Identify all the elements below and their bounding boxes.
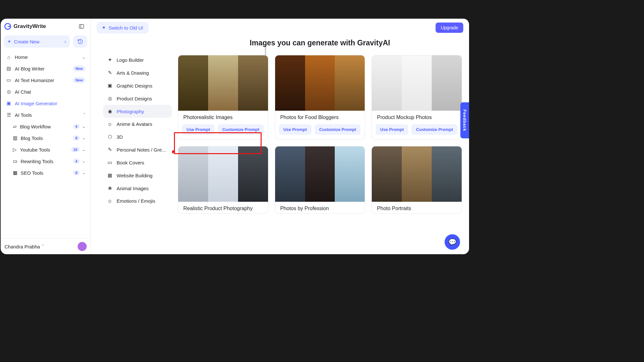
sidebar-item-ai-tools[interactable]: ☰AI Tools ˄ (3, 109, 89, 121)
brand-logo[interactable]: GravityWrite (4, 23, 46, 30)
pencil-icon: ✎ (107, 70, 113, 76)
card-actions: Use Prompt Customize Prompt (178, 122, 268, 139)
category-product-designs[interactable]: ◎Product Designs (103, 92, 172, 105)
use-prompt-button[interactable]: Use Prompt (182, 124, 215, 135)
category-emotions-emojis[interactable]: ☺Emotions / Emojis (103, 195, 172, 207)
category-column: ✦Logo Builder ✎Arts & Drawing ▣Graphic D… (103, 37, 172, 254)
sidebar-item-rewriting-tools[interactable]: ▭Rewriting Tools 4⌄ (10, 155, 89, 167)
book-icon: ▭ (6, 77, 12, 83)
chat-icon: 💬 (448, 238, 457, 246)
sidebar-item-text-humanizer[interactable]: ▭AI Text Humanizer New (3, 74, 89, 86)
card-actions: Use Prompt Customize Prompt (372, 122, 462, 139)
history-button[interactable] (73, 35, 87, 48)
create-row: + Create New › (1, 33, 91, 51)
plus-icon: + (8, 39, 11, 44)
chevron-down-icon: ⌄ (82, 124, 85, 129)
card-thumbnail (275, 55, 365, 111)
customize-prompt-button[interactable]: Customize Prompt (218, 124, 264, 135)
chevron-down-icon: ⌄ (82, 159, 85, 163)
product-icon: ◎ (107, 96, 113, 101)
sidebar-item-ai-image-generator[interactable]: ▣AI Image Generator (3, 97, 89, 109)
note-icon: ✎ (107, 147, 113, 153)
new-badge: New (73, 66, 85, 71)
sidebar-item-seo-tools[interactable]: ▦SEO Tools 8⌄ (10, 167, 89, 179)
card-food-bloggers: Photos for Food Bloggers Use Prompt Cust… (275, 55, 365, 140)
feedback-tab[interactable]: Feedback (460, 102, 469, 138)
workflow-icon: ▱ (13, 124, 17, 129)
image-icon: ▣ (6, 100, 12, 106)
user-menu[interactable]: Chandra Prabha ˄ (5, 244, 44, 249)
customize-prompt-button[interactable]: Customize Prompt (411, 124, 457, 135)
card-thumbnail (275, 146, 365, 202)
app-window: GravityWrite + Create New › ⌂Home ⌄ (1, 19, 469, 254)
card-thumbnail (372, 55, 462, 111)
svg-line-5 (172, 150, 175, 165)
tools-icon: ☰ (6, 112, 12, 118)
document-icon: ▤ (6, 66, 12, 71)
emoji-icon: ☺ (107, 198, 113, 204)
create-new-label: Create New (14, 39, 39, 44)
ai-tools-sublist: ▱Blog Workflow 4⌄ ▥Blog Tools 8⌄ ▷Youtub… (3, 121, 89, 179)
card-title: Photo Portraits (372, 202, 462, 213)
category-arts-drawing[interactable]: ✎Arts & Drawing (103, 66, 172, 79)
upgrade-button[interactable]: Upgrade (436, 23, 463, 33)
sidebar-item-ai-chat[interactable]: ◎AI Chat (3, 86, 89, 97)
create-new-button[interactable]: + Create New › (4, 35, 70, 48)
category-photography[interactable]: ◉Photography (103, 105, 172, 118)
category-graphic-designs[interactable]: ▣Graphic Designs (103, 79, 172, 92)
chevron-down-icon: ⌄ (82, 136, 85, 140)
category-3d[interactable]: ⬡3D (103, 130, 172, 143)
sidebar-item-blog-workflow[interactable]: ▱Blog Workflow 4⌄ (10, 121, 89, 132)
card-realistic-product-photography: Realistic Product Photography (178, 146, 268, 214)
main: ✦ Switch to Old UI Upgrade ✦Logo Builder… (91, 19, 469, 254)
card-product-mockup: Product Mockup Photos Use Prompt Customi… (371, 55, 462, 140)
paw-icon: ❀ (107, 185, 113, 191)
chat-fab[interactable]: 💬 (445, 234, 460, 250)
sidebar-item-youtube-tools: ▷Youtube Tools 19⌄ (10, 144, 89, 155)
sidebar-collapse-button[interactable] (77, 22, 86, 31)
web-icon: ▦ (107, 172, 113, 178)
card-thumbnail (178, 146, 268, 202)
sidebar-item-blog-tools[interactable]: ▥Blog Tools 8⌄ (10, 132, 89, 144)
category-anime-avatars[interactable]: ☺Anime & Avatars (103, 118, 172, 130)
card-title: Product Mockup Photos (372, 111, 462, 122)
new-badge: New (73, 77, 85, 83)
card-photos-by-profession: Photos by Profession (275, 146, 365, 214)
logo-icon (4, 23, 12, 30)
use-prompt-button[interactable]: Use Prompt (279, 124, 312, 135)
gallery-title: Images you can generate with GravityAI (178, 37, 462, 55)
rewrite-icon: ▭ (13, 158, 17, 164)
category-book-covers[interactable]: ▭Book Covers (103, 156, 172, 169)
card-photorealistic-images: Photorealistic Images Use Prompt Customi… (178, 55, 268, 140)
sidebar-item-home[interactable]: ⌂Home ⌄ (3, 51, 89, 63)
camera-icon: ◉ (107, 108, 113, 114)
sidebar-nav: ⌂Home ⌄ ▤AI Blog Writer New ▭AI Text Hum… (1, 51, 91, 179)
annotation-arrow (172, 146, 178, 169)
category-personal-notes[interactable]: ✎Personal Notes / Gre... (103, 143, 172, 156)
sidebar-item-blog-writer[interactable]: ▤AI Blog Writer New (3, 63, 89, 74)
chevron-down-icon: ⌄ (82, 147, 85, 152)
svg-marker-6 (172, 150, 175, 154)
switch-ui-button[interactable]: ✦ Switch to Old UI (97, 22, 149, 33)
logo-icon: ✦ (107, 57, 113, 63)
card-title: Photos by Profession (275, 202, 365, 213)
card-title: Photorealistic Images (178, 111, 268, 122)
cube-icon: ⬡ (107, 134, 113, 140)
content: ✦Logo Builder ✎Arts & Drawing ▣Graphic D… (91, 37, 469, 254)
category-website-building[interactable]: ▦Website Building (103, 169, 172, 182)
use-prompt-button[interactable]: Use Prompt (376, 124, 408, 135)
card-photo-portraits: Photo Portraits (371, 146, 462, 214)
avatar[interactable] (78, 242, 87, 251)
sparkle-icon: ✦ (102, 25, 106, 31)
avatar-icon: ☺ (107, 121, 113, 127)
brand-name: GravityWrite (14, 23, 46, 30)
customize-prompt-button[interactable]: Customize Prompt (315, 124, 361, 135)
chevron-down-icon: ⌄ (82, 55, 85, 60)
play-icon: ▷ (13, 147, 17, 153)
category-logo-builder[interactable]: ✦Logo Builder (103, 53, 172, 66)
category-animal-images[interactable]: ❀Animal Images (103, 182, 172, 195)
chat-icon: ◎ (6, 89, 12, 95)
sidebar-footer: Chandra Prabha ˄ (1, 238, 91, 254)
gallery: Images you can generate with GravityAI P… (172, 37, 469, 254)
user-name: Chandra Prabha (5, 244, 40, 249)
